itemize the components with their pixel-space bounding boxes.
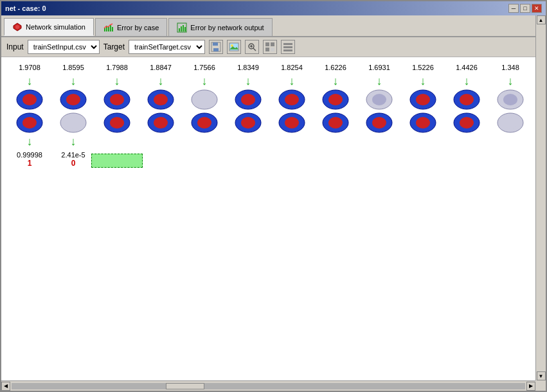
value-3: 1.8847 (150, 64, 172, 71)
output-1: 2.41e-5 0 (61, 151, 85, 168)
arrow-0: ↓ (27, 75, 33, 87)
arrow-1: ↓ (71, 75, 76, 87)
arrow-3: ↓ (158, 75, 164, 87)
svg-point-57 (328, 94, 343, 105)
error-output-icon (177, 22, 187, 33)
close-button[interactable]: ✕ (532, 4, 542, 13)
tab-error-by-case[interactable]: Error by case (95, 18, 167, 36)
neuron-bot-1 (59, 111, 87, 134)
neuron-bot-9 (409, 111, 437, 134)
svg-point-37 (110, 94, 124, 105)
svg-point-45 (197, 94, 211, 105)
value-7: 1.6226 (325, 64, 346, 71)
error-case-icon (103, 22, 114, 33)
network-column-3: 1.8847 ↓ (139, 64, 183, 168)
output-val-0: 0.99998 (17, 151, 42, 159)
neuron-bot-2 (103, 111, 131, 134)
tab-error-by-output[interactable]: Error by network output (168, 18, 272, 36)
neuron-top-4 (190, 88, 219, 111)
network-column-9: 1.5226 ↓ (401, 64, 445, 168)
value-6: 1.8254 (281, 64, 303, 71)
image-button[interactable] (227, 40, 241, 54)
value-4: 1.7566 (193, 64, 215, 71)
svg-point-35 (66, 117, 80, 129)
svg-point-73 (503, 94, 517, 105)
svg-point-47 (197, 117, 211, 129)
svg-rect-23 (265, 48, 269, 51)
network-column-0: 1.9708 ↓ ↓ 0.99998 1 (8, 64, 51, 168)
scroll-up-arrow[interactable]: ▲ (537, 15, 546, 24)
scroll-left-arrow[interactable]: ◀ (1, 382, 10, 391)
arrow-5: ↓ (246, 75, 251, 87)
svg-rect-10 (183, 25, 184, 31)
target-select[interactable]: trainSetTarget.csv (129, 40, 205, 54)
scroll-down-arrow[interactable]: ▼ (537, 371, 546, 380)
svg-rect-9 (181, 26, 182, 31)
save-button[interactable] (209, 40, 223, 54)
input-label: Input (6, 42, 24, 51)
svg-point-53 (285, 94, 299, 105)
network-column-6: 1.8254 ↓ (270, 64, 314, 168)
neuron-bot-8 (365, 111, 393, 134)
tab-network-simulation[interactable]: Network simulation (4, 18, 94, 36)
svg-rect-26 (283, 46, 292, 48)
horizontal-scrollbar[interactable]: ◀ ▶ (1, 380, 535, 391)
network-grid: 1.9708 ↓ ↓ 0.99998 1 1.8595 ↓ (8, 64, 529, 168)
value-2: 1.7988 (106, 64, 128, 71)
neuron-top-11 (496, 88, 525, 111)
neuron-top-3 (147, 88, 175, 111)
svg-point-75 (503, 117, 517, 129)
svg-point-59 (328, 117, 343, 129)
svg-rect-8 (179, 28, 180, 31)
neuron-top-5 (234, 88, 262, 111)
grid-button-2[interactable] (281, 40, 295, 54)
value-11: 1.348 (501, 64, 519, 71)
zoom-button[interactable] (245, 40, 259, 54)
output-0: 0.99998 1 (17, 151, 42, 168)
svg-point-39 (110, 117, 124, 129)
svg-rect-11 (184, 27, 186, 31)
svg-rect-22 (271, 42, 274, 46)
value-5: 1.8349 (237, 64, 259, 71)
svg-point-55 (285, 117, 299, 129)
arrow-9: ↓ (420, 75, 426, 87)
value-1: 1.8595 (62, 64, 84, 71)
svg-point-61 (372, 94, 386, 105)
minimize-button[interactable]: ─ (508, 4, 519, 13)
arrow-out-1: ↓ (71, 136, 76, 147)
svg-point-1 (15, 25, 19, 29)
svg-point-69 (460, 94, 474, 105)
svg-point-65 (416, 94, 430, 105)
network-column-5: 1.8349 ↓ (226, 64, 270, 168)
title-bar: net - case: 0 ─ □ ✕ (1, 1, 546, 15)
neuron-bot-7 (321, 111, 350, 134)
arrow-out-0: ↓ (27, 136, 33, 147)
svg-rect-6 (112, 27, 113, 31)
svg-line-18 (253, 48, 256, 51)
neuron-top-9 (409, 88, 437, 111)
main-window: net - case: 0 ─ □ ✕ ▲ ▼ Network simulati… (0, 0, 547, 392)
value-8: 1.6931 (368, 64, 390, 71)
network-column-7: 1.6226 ↓ (314, 64, 357, 168)
grid-button-1[interactable] (263, 40, 277, 54)
svg-point-29 (22, 94, 37, 105)
network-column-11: 1.348 ↓ (489, 64, 532, 168)
scroll-right-arrow[interactable]: ▶ (526, 382, 535, 391)
arrow-4: ↓ (202, 75, 208, 87)
svg-rect-25 (283, 43, 292, 45)
input-select[interactable]: trainSetInput.csv (28, 40, 100, 54)
value-9: 1.5226 (412, 64, 434, 71)
tab-network-simulation-label: Network simulation (26, 23, 85, 31)
tab-error-by-case-label: Error by case (117, 24, 159, 31)
vertical-scrollbar[interactable]: ▲ ▼ (535, 15, 546, 380)
svg-rect-13 (213, 42, 218, 46)
network-column-1: 1.8595 ↓ ↓ 2.41e-5 0 (51, 64, 95, 168)
scroll-thumb[interactable] (166, 383, 204, 389)
content-area: 1.9708 ↓ ↓ 0.99998 1 1.8595 ↓ (1, 57, 535, 380)
toolbar: Input trainSetInput.csv Target trainSetT… (1, 37, 546, 57)
neuron-bot-4 (190, 111, 219, 134)
svg-point-51 (241, 117, 255, 129)
maximize-button[interactable]: □ (520, 4, 530, 13)
neuron-top-10 (453, 88, 481, 111)
arrow-10: ↓ (464, 75, 470, 87)
